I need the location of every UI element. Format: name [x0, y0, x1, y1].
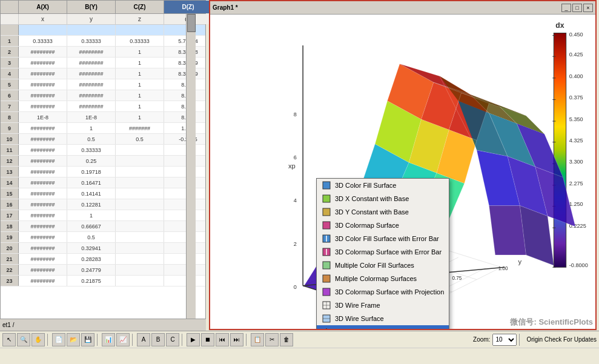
table-cell[interactable]: ########	[19, 254, 67, 264]
menu-item-ternary-colormap[interactable]: 3D Ternary Colormap Surface	[317, 325, 449, 329]
table-row[interactable]: 10.333330.333330.333335.70344	[1, 36, 205, 47]
table-row[interactable]: 22########0.24779	[1, 265, 205, 276]
table-cell[interactable]: 1	[116, 58, 164, 68]
table-cell[interactable]: ########	[19, 199, 67, 210]
table-cell[interactable]	[116, 210, 164, 220]
table-cell[interactable]	[164, 232, 205, 242]
row-number[interactable]: 2	[1, 47, 19, 57]
tb-btn-zoom[interactable]: 🔍	[17, 333, 30, 346]
table-cell[interactable]	[116, 232, 164, 242]
table-row[interactable]: 16########0.12281	[1, 199, 205, 210]
table-row[interactable]: 15########0.14141	[1, 188, 205, 199]
table-cell[interactable]: 8.377	[164, 101, 205, 111]
minimize-btn[interactable]: _	[561, 4, 571, 12]
table-row[interactable]: 20########0.32941	[1, 243, 205, 254]
menu-item-y-constant[interactable]: 3D Y Constant with Base	[317, 205, 449, 219]
col-header-cz[interactable]: C(Z)	[116, 1, 164, 13]
table-row[interactable]: 2################18.37698	[1, 47, 205, 58]
table-cell[interactable]: 0.33333	[19, 36, 67, 46]
tb-btn-c2[interactable]: ✂	[265, 333, 279, 346]
table-cell[interactable]: ########	[67, 90, 116, 101]
table-cell[interactable]: ########	[67, 68, 116, 79]
table-cell[interactable]	[164, 276, 205, 286]
left-scrollbar[interactable]	[186, 14, 196, 331]
table-cell[interactable]: ########	[19, 134, 67, 144]
table-row[interactable]: 81E-81E-818.377	[1, 112, 205, 123]
menu-item-color-fill-error[interactable]: 3D Color Fill Surface with Error Bar	[317, 232, 449, 245]
table-row[interactable]: 9########1#######1.771	[1, 123, 205, 134]
row-number[interactable]: 7	[1, 101, 19, 111]
row-number[interactable]: 13	[1, 167, 19, 177]
menu-item-colormap-projection[interactable]: 3D Colormap Surface with Projection	[317, 285, 449, 299]
table-cell[interactable]: 0.33333	[67, 145, 116, 155]
row-number[interactable]: 17	[1, 210, 19, 220]
table-cell[interactable]	[164, 254, 205, 264]
menu-item-x-constant[interactable]: 3D X Constant with Base	[317, 192, 449, 205]
row-number[interactable]: 10	[1, 134, 19, 144]
table-cell[interactable]: 0.66667	[67, 221, 116, 231]
table-cell[interactable]: 8.377	[164, 79, 205, 90]
tb-btn-pan[interactable]: ✋	[31, 333, 45, 346]
table-cell[interactable]: 0.5	[116, 134, 164, 144]
table-cell[interactable]	[116, 265, 164, 275]
table-row[interactable]: 6################18.377	[1, 90, 205, 101]
table-cell[interactable]: ########	[19, 177, 67, 188]
table-cell[interactable]	[164, 156, 205, 166]
table-cell[interactable]: ########	[19, 221, 67, 231]
tb-btn-b4[interactable]: ⏭	[230, 333, 243, 346]
table-row[interactable]: 14########0.16471	[1, 177, 205, 188]
table-cell[interactable]: ########	[19, 90, 67, 101]
table-cell[interactable]: 1E-8	[19, 112, 67, 122]
tb-btn-open[interactable]: 📂	[67, 333, 80, 346]
table-cell[interactable]	[116, 156, 164, 166]
table-cell[interactable]: 1	[116, 79, 164, 90]
row-number[interactable]: 5	[1, 79, 19, 90]
row-number[interactable]: 6	[1, 90, 19, 101]
table-cell[interactable]	[116, 177, 164, 188]
table-cell[interactable]: 1	[116, 101, 164, 111]
table-cell[interactable]	[164, 265, 205, 275]
table-row[interactable]: 12########0.25	[1, 156, 205, 167]
table-cell[interactable]	[116, 145, 164, 155]
tb-btn-b3[interactable]: ⏮	[216, 333, 229, 346]
table-cell[interactable]	[164, 199, 205, 210]
table-cell[interactable]: ########	[19, 123, 67, 133]
table-cell[interactable]: 8.37699	[164, 58, 205, 68]
table-cell[interactable]: ########	[19, 243, 67, 253]
table-cell[interactable]: ########	[19, 265, 67, 275]
col-header-ax[interactable]: A(X)	[19, 1, 67, 13]
table-cell[interactable]: ########	[19, 68, 67, 79]
table-cell[interactable]: 1	[67, 210, 116, 220]
table-row[interactable]: 11########0.33333	[1, 145, 205, 156]
row-number[interactable]: 14	[1, 177, 19, 188]
table-cell[interactable]: ########	[19, 232, 67, 242]
table-cell[interactable]: 1	[116, 68, 164, 79]
table-cell[interactable]: 0.33333	[116, 36, 164, 46]
table-cell[interactable]: ########	[19, 79, 67, 90]
table-cell[interactable]	[116, 254, 164, 264]
row-number[interactable]: 9	[1, 123, 19, 133]
table-cell[interactable]: ########	[19, 101, 67, 111]
table-cell[interactable]: ########	[67, 101, 116, 111]
table-cell[interactable]: 0.19718	[67, 167, 116, 177]
table-row[interactable]: 10########0.50.5-0.2645	[1, 134, 205, 145]
table-row[interactable]: 7################18.377	[1, 101, 205, 112]
table-cell[interactable]: 8.377	[164, 112, 205, 122]
table-row[interactable]: 19########0.5	[1, 232, 205, 243]
table-cell[interactable]: 0.28283	[67, 254, 116, 264]
menu-item-colormap[interactable]: 3D Colormap Surface	[317, 219, 449, 232]
table-cell[interactable]: -0.2645	[164, 134, 205, 144]
col-header-by[interactable]: B(Y)	[67, 1, 116, 13]
tb-btn-pointer[interactable]: ↖	[2, 333, 16, 346]
table-cell[interactable]: 0.24779	[67, 265, 116, 275]
table-cell[interactable]	[116, 221, 164, 231]
tb-btn-new[interactable]: 📄	[52, 333, 65, 346]
table-cell[interactable]: 0.5	[67, 232, 116, 242]
maximize-btn[interactable]: □	[572, 4, 582, 12]
table-cell[interactable]	[116, 188, 164, 199]
table-cell[interactable]: 1	[116, 90, 164, 101]
close-btn[interactable]: ×	[583, 4, 593, 12]
table-cell[interactable]	[164, 167, 205, 177]
table-row[interactable]: 23########0.21875	[1, 276, 205, 286]
table-row[interactable]: 17########1	[1, 210, 205, 221]
